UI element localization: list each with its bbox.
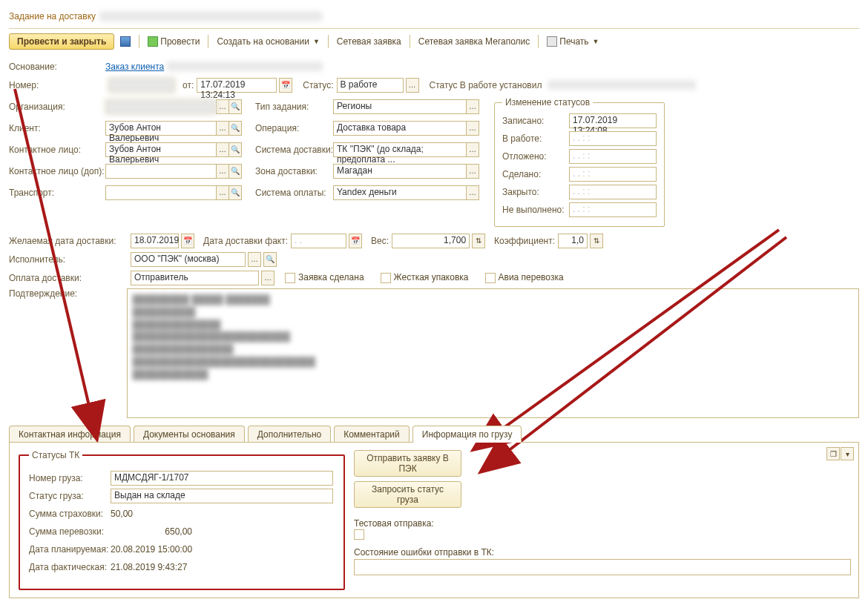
input-error-state[interactable] xyxy=(354,559,851,575)
input-otlozheno[interactable]: . . : : xyxy=(569,149,657,164)
select-status-btn[interactable]: … xyxy=(406,78,419,93)
label-transport-sum: Сумма перевозки: xyxy=(29,526,111,537)
post-close-button[interactable]: Провести и закрыть xyxy=(9,33,114,50)
select-transport-btn[interactable]: … xyxy=(216,185,229,200)
label-cargo-status: Статус груза: xyxy=(29,491,111,501)
save-button[interactable] xyxy=(116,34,135,49)
search-client-icon[interactable]: 🔍 xyxy=(228,121,242,136)
label-confirm: Подтверждение: xyxy=(9,288,127,299)
print-button[interactable]: Печать▼ xyxy=(542,34,603,49)
search-contact-dop-icon[interactable]: 🔍 xyxy=(228,164,242,179)
select-delivery-sys-btn[interactable]: … xyxy=(466,142,479,157)
input-contact[interactable]: Зубов Антон Валерьевич xyxy=(105,142,217,157)
create-based-button[interactable]: Создать на основании▼ xyxy=(212,34,323,49)
save-icon xyxy=(120,36,131,47)
input-transport[interactable] xyxy=(105,185,217,200)
calendar-icon[interactable]: 📅 xyxy=(349,234,362,248)
select-org-btn[interactable]: … xyxy=(216,99,229,114)
label-zapisano: Записано: xyxy=(502,116,569,126)
chk-zayavka[interactable]: Заявка сделана xyxy=(285,272,364,283)
select-delivery-zone-btn[interactable]: … xyxy=(466,164,479,179)
fieldset-tk-status: Статусы ТК Номер груза:МДМСДЯГ-1/1707 Ст… xyxy=(19,450,345,590)
select-contact-dop-btn[interactable]: … xyxy=(216,164,229,179)
stepper-coef[interactable]: ⇅ xyxy=(590,234,603,248)
stepper-weight[interactable]: ⇅ xyxy=(472,234,485,248)
input-status[interactable]: В работе xyxy=(337,78,404,93)
window-restore-icon[interactable]: ❐ xyxy=(826,447,840,460)
provesti-button[interactable]: Провести xyxy=(143,34,204,49)
tab-panel-cargo: Статусы ТК Номер груза:МДМСДЯГ-1/1707 Ст… xyxy=(9,443,859,598)
calendar-icon[interactable]: 📅 xyxy=(181,234,194,248)
label-tip: Тип задания: xyxy=(255,102,333,112)
select-pay-sys-btn[interactable]: … xyxy=(466,185,479,200)
toolbar: Провести и закрыть Провести Создать на о… xyxy=(9,33,859,50)
window-more-icon[interactable]: ▾ xyxy=(841,447,854,460)
fieldset-status-change: Изменение статусов Записано:17.07.2019 1… xyxy=(494,97,665,227)
chevron-down-icon: ▼ xyxy=(313,38,320,45)
input-weight[interactable]: 1,700 xyxy=(392,234,470,248)
input-coef[interactable]: 1,0 xyxy=(558,234,588,248)
input-delivery-zone[interactable]: Магадан xyxy=(333,164,467,179)
search-ispolnitel-icon[interactable]: 🔍 xyxy=(263,252,277,267)
chk-test-send[interactable] xyxy=(354,529,364,540)
calendar-icon[interactable]: 📅 xyxy=(279,78,292,93)
input-nomer[interactable] xyxy=(108,78,175,93)
tab-additional[interactable]: Дополнительно xyxy=(248,426,331,443)
input-tip[interactable]: Регионы xyxy=(333,99,467,114)
chk-avia[interactable]: Авиа перевозка xyxy=(485,272,564,283)
link-zakaz-klienta[interactable]: Заказ клиента xyxy=(105,62,164,72)
tab-documents[interactable]: Документы основания xyxy=(134,426,245,443)
input-date-from[interactable]: 17.07.2019 13:24:13 xyxy=(197,78,277,93)
label-sdelano: Сделано: xyxy=(502,169,569,179)
search-org-icon[interactable]: 🔍 xyxy=(228,99,242,114)
chk-zhestkaya[interactable]: Жесткая упаковка xyxy=(381,272,469,283)
input-oplata[interactable]: Отправитель xyxy=(131,271,259,285)
label-contact-dop: Контактное лицо (доп): xyxy=(9,166,105,176)
input-ne-vypolneno[interactable]: . . : : xyxy=(569,202,657,217)
select-oplata-btn[interactable]: … xyxy=(261,271,274,285)
input-zapisano[interactable]: 17.07.2019 13:24:08 xyxy=(569,113,657,128)
provesti-icon xyxy=(148,36,158,47)
tab-cargo-info[interactable]: Информация по грузу xyxy=(412,426,522,443)
legend-tk: Статусы ТК xyxy=(29,450,82,460)
search-transport-icon[interactable]: 🔍 xyxy=(228,185,242,200)
label-client: Клиент: xyxy=(9,123,105,133)
label-status: Статус: xyxy=(303,80,333,90)
net-request-button[interactable]: Сетевая заявка xyxy=(332,34,406,49)
input-cargo-status[interactable]: Выдан на складе xyxy=(111,489,333,503)
input-zakryto[interactable]: . . : : xyxy=(569,185,657,199)
label-fact-date: Дата доставки факт: xyxy=(203,236,288,246)
input-fact-date[interactable]: . . xyxy=(291,234,346,248)
tab-contact-info[interactable]: Контактная информация xyxy=(9,426,131,443)
input-delivery-sys[interactable]: ТК "ПЭК" (до склада; предоплата ... xyxy=(333,142,467,157)
input-sdelano[interactable]: . . : : xyxy=(569,167,657,182)
label-operation: Операция: xyxy=(255,123,333,133)
input-contact-dop[interactable] xyxy=(105,164,217,179)
label-test-send: Тестовая отправка: xyxy=(354,518,851,529)
input-cargo-num[interactable]: МДМСДЯГ-1/1707 xyxy=(111,471,333,486)
input-ispolnitel[interactable]: ООО "ПЭК" (москва) xyxy=(131,252,246,267)
input-operation[interactable]: Доставка товара xyxy=(333,121,467,136)
input-v-rabote[interactable]: . . : : xyxy=(569,131,657,146)
textarea-confirm[interactable]: █████████ █████ ████████████████████████… xyxy=(127,288,859,418)
legend-status-change: Изменение статусов xyxy=(502,97,593,108)
label-contact: Контактное лицо: xyxy=(9,145,105,155)
select-ispolnitel-btn[interactable]: … xyxy=(248,252,261,267)
select-operation-btn[interactable]: … xyxy=(466,121,479,136)
input-org[interactable] xyxy=(105,99,217,114)
input-pay-sys[interactable]: Yandex деньги xyxy=(333,185,467,200)
request-status-button[interactable]: Запросить статус груза xyxy=(354,481,461,508)
input-desired-date[interactable]: 18.07.2019 xyxy=(131,234,179,248)
send-pek-button[interactable]: Отправить заявку В ПЭК xyxy=(354,450,461,477)
select-client-btn[interactable]: … xyxy=(216,121,229,136)
select-tip-btn[interactable]: … xyxy=(466,99,479,114)
tab-comment[interactable]: Комментарий xyxy=(334,426,410,443)
select-contact-btn[interactable]: … xyxy=(216,142,229,157)
label-status-setter: Статус В работе установил xyxy=(430,80,542,90)
value-fact-date-tk: 21.08.2019 9:43:27 xyxy=(111,562,187,572)
search-contact-icon[interactable]: 🔍 xyxy=(228,142,242,157)
input-client[interactable]: Зубов Антон Валерьевич xyxy=(105,121,217,136)
net-request-mega-button[interactable]: Сетевая заявка Мегаполис xyxy=(414,34,535,49)
label-cargo-num: Номер груза: xyxy=(29,473,111,483)
label-insurance: Сумма страховки: xyxy=(29,509,111,519)
